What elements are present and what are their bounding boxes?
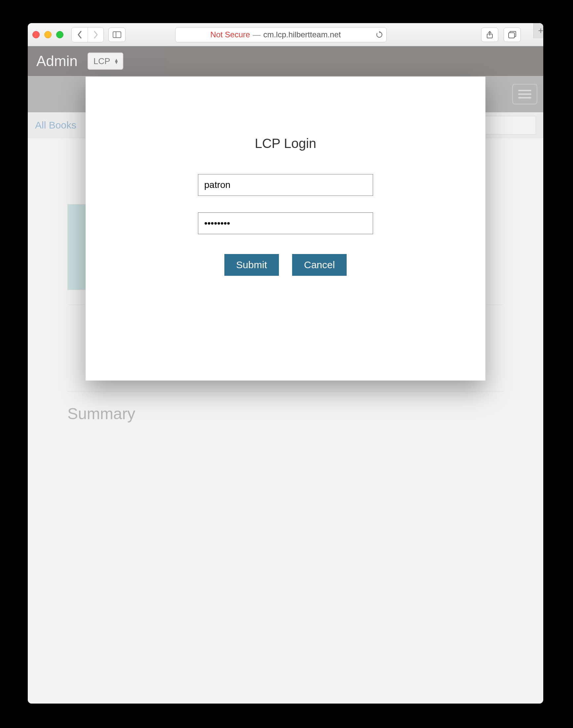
nav-forward-button[interactable] — [88, 27, 103, 42]
divider — [67, 391, 504, 391]
admin-bar: Admin LCP ▲▼ — [28, 46, 543, 76]
browser-titlebar: Not Secure — cm.lcp.hilbertteam.net — [28, 23, 543, 46]
nav-buttons — [71, 27, 104, 42]
submit-button[interactable]: Submit — [224, 254, 279, 276]
new-tab-button[interactable]: + — [533, 23, 543, 38]
menu-button[interactable] — [512, 84, 537, 104]
svg-rect-0 — [113, 32, 121, 38]
chevron-left-icon — [77, 31, 82, 39]
sidebar-toggle-button[interactable] — [108, 27, 125, 42]
breadcrumb-all-books[interactable]: All Books — [35, 120, 76, 131]
share-button[interactable] — [481, 27, 498, 42]
cancel-button[interactable]: Cancel — [292, 254, 347, 276]
reload-button[interactable] — [376, 31, 383, 38]
svg-rect-3 — [509, 33, 515, 38]
toolbar-right — [481, 27, 521, 42]
reload-icon — [376, 31, 383, 38]
browser-window: Not Secure — cm.lcp.hilbertteam.net — [28, 23, 543, 704]
address-bar[interactable]: Not Secure — cm.lcp.hilbertteam.net — [175, 27, 386, 42]
url-host: cm.lcp.hilbertteam.net — [263, 30, 341, 39]
login-modal: LCP Login Submit Cancel — [86, 77, 485, 381]
url-separator: — — [253, 30, 261, 39]
dropdown-caret-icon: ▲▼ — [114, 58, 119, 64]
sidebar-icon — [113, 32, 121, 38]
window-zoom-icon[interactable] — [56, 31, 63, 38]
window-close-icon[interactable] — [33, 31, 40, 38]
chevron-right-icon — [93, 31, 99, 39]
admin-title: Admin — [36, 53, 77, 69]
dropdown-value: LCP — [94, 56, 110, 66]
share-icon — [486, 31, 493, 39]
not-secure-label: Not Secure — [210, 30, 250, 39]
password-input[interactable] — [198, 212, 373, 234]
summary-heading: Summary — [67, 405, 504, 423]
tabs-button[interactable] — [504, 27, 521, 42]
hamburger-icon — [518, 94, 531, 95]
nav-back-button[interactable] — [72, 27, 88, 42]
search-input[interactable] — [483, 116, 536, 134]
library-dropdown[interactable]: LCP ▲▼ — [88, 53, 123, 70]
page-stack: Admin LCP ▲▼ All Books — [28, 46, 543, 704]
modal-button-row: Submit Cancel — [224, 254, 347, 276]
tabs-icon — [508, 31, 516, 38]
window-minimize-icon[interactable] — [44, 31, 52, 38]
username-input[interactable] — [198, 174, 373, 196]
window-controls — [33, 31, 63, 38]
modal-title: LCP Login — [255, 136, 316, 151]
plus-icon: + — [538, 25, 543, 36]
